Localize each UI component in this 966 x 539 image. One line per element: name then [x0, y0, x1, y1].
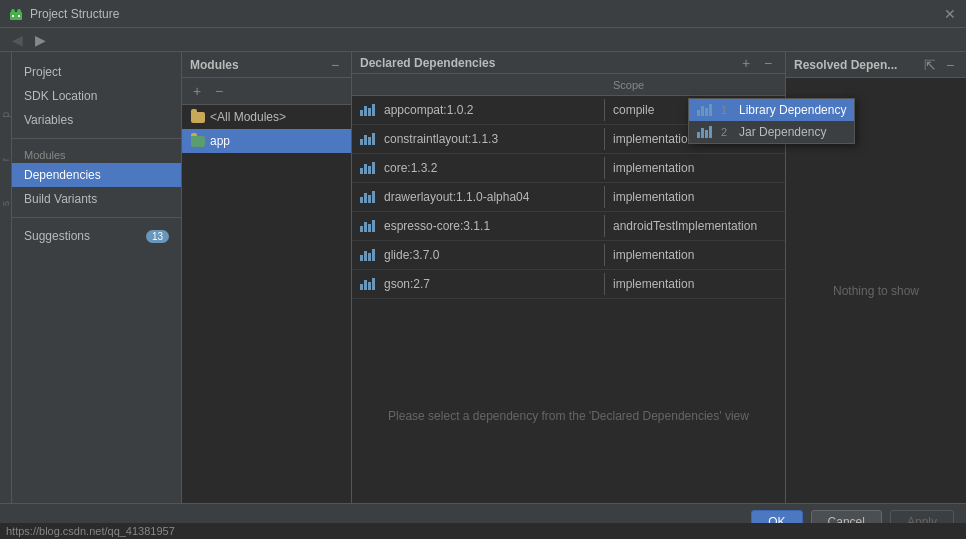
modules-toolbar: + −	[182, 78, 351, 105]
back-button[interactable]: ◀	[8, 32, 27, 48]
modules-add-button[interactable]: +	[188, 82, 206, 100]
dep-icon-espresso	[360, 219, 378, 233]
resolved-expand-button[interactable]: ⇱	[922, 57, 938, 73]
modules-panel-title: Modules	[190, 58, 239, 72]
sidebar-item-build-variants[interactable]: Build Variants	[12, 187, 181, 211]
dep-placeholder: Please select a dependency from the 'Dec…	[352, 299, 785, 503]
sidebar-divider-2	[12, 217, 181, 218]
dep-row-core[interactable]: core:1.3.2 implementation	[352, 154, 785, 183]
sidebar-item-suggestions[interactable]: Suggestions 13	[12, 224, 181, 248]
dep-row-drawerlayout[interactable]: drawerlayout:1.1.0-alpha04 implementatio…	[352, 183, 785, 212]
resolved-panel-controls: ⇱ −	[922, 57, 958, 73]
resolved-panel-header: Resolved Depen... ⇱ −	[786, 52, 966, 78]
dep-name-appcompat: appcompat:1.0.2	[352, 99, 605, 121]
dropdown-item-jar[interactable]: 2 Jar Dependency	[689, 121, 854, 143]
declared-panel-header: Declared Dependencies + −	[352, 52, 785, 74]
sidebar-item-sdk-location[interactable]: SDK Location	[12, 84, 181, 108]
modules-collapse-button[interactable]: −	[327, 57, 343, 73]
left-strip: p r s	[0, 52, 12, 503]
sidebar-section-modules: Modules	[12, 145, 181, 163]
dep-row-gson[interactable]: gson:2.7 implementation	[352, 270, 785, 299]
dep-icon-drawerlayout	[360, 190, 378, 204]
svg-point-2	[17, 9, 21, 13]
all-modules-icon	[190, 109, 206, 125]
dep-col-scope-header: Scope	[605, 79, 785, 91]
sidebar-divider	[12, 138, 181, 139]
declared-panel-title: Declared Dependencies	[352, 56, 495, 70]
svg-rect-4	[18, 15, 20, 17]
dep-scope-core: implementation	[605, 161, 785, 175]
dep-name-gson: gson:2.7	[352, 273, 605, 295]
modules-panel-header: Modules −	[182, 52, 351, 78]
dep-name-drawerlayout: drawerlayout:1.1.0-alpha04	[352, 186, 605, 208]
module-item-app[interactable]: app	[182, 129, 351, 153]
url-bar: https://blog.csdn.net/qq_41381957	[0, 523, 966, 539]
dep-name-constraintlayout: constraintlayout:1.1.3	[352, 128, 605, 150]
module-list: <All Modules> app	[182, 105, 351, 503]
all-modules-label: <All Modules>	[210, 110, 286, 124]
declared-panel: Declared Dependencies + − 1 Library Depe…	[352, 52, 786, 503]
dep-name-glide: glide:3.7.0	[352, 244, 605, 266]
nav-bar: ◀ ▶	[0, 28, 966, 52]
dropdown-jar-label: Jar Dependency	[739, 125, 826, 139]
dep-name-espresso: espresso-core:3.1.1	[352, 215, 605, 237]
dep-name-core: core:1.3.2	[352, 157, 605, 179]
svg-point-1	[11, 9, 15, 13]
url-text: https://blog.csdn.net/qq_41381957	[6, 525, 175, 537]
library-dep-icon	[697, 103, 715, 117]
svg-rect-3	[12, 15, 14, 17]
app-icon	[8, 6, 24, 22]
modules-panel: Modules − + − <All Modules>	[182, 52, 352, 503]
dep-scope-espresso: androidTestImplementation	[605, 219, 785, 233]
dropdown-library-label: Library Dependency	[739, 103, 846, 117]
declared-add-button[interactable]: +	[737, 54, 755, 72]
content-area: Modules − + − <All Modules>	[182, 52, 966, 503]
dep-scope-glide: implementation	[605, 248, 785, 262]
module-item-all[interactable]: <All Modules>	[182, 105, 351, 129]
suggestions-badge: 13	[146, 230, 169, 243]
declared-remove-button[interactable]: −	[759, 54, 777, 72]
close-button[interactable]: ✕	[942, 6, 958, 22]
sidebar: Project SDK Location Variables Modules D…	[12, 52, 182, 503]
dep-icon-gson	[360, 277, 378, 291]
sidebar-item-project[interactable]: Project	[12, 60, 181, 84]
sidebar-item-dependencies[interactable]: Dependencies	[12, 163, 181, 187]
title-bar: Project Structure ✕	[0, 0, 966, 28]
forward-button[interactable]: ▶	[31, 32, 50, 48]
dep-icon-core	[360, 161, 378, 175]
suggestions-label: Suggestions	[24, 229, 90, 243]
dep-row-glide[interactable]: glide:3.7.0 implementation	[352, 241, 785, 270]
dep-scope-drawerlayout: implementation	[605, 190, 785, 204]
window-title: Project Structure	[30, 7, 942, 21]
dropdown-item-library[interactable]: 1 Library Dependency	[689, 99, 854, 121]
app-module-label: app	[210, 134, 230, 148]
jar-dep-icon	[697, 125, 715, 139]
dep-icon-constraintlayout	[360, 132, 378, 146]
dep-table: appcompat:1.0.2 compile constraintlayout…	[352, 96, 785, 503]
add-dependency-dropdown[interactable]: 1 Library Dependency 2 Jar Dependency	[688, 98, 855, 144]
modules-remove-button[interactable]: −	[210, 82, 228, 100]
dep-row-espresso[interactable]: espresso-core:3.1.1 androidTestImplement…	[352, 212, 785, 241]
dep-icon-glide	[360, 248, 378, 262]
dep-table-header: Scope	[352, 74, 785, 96]
modules-panel-controls: −	[327, 57, 343, 73]
svg-rect-0	[10, 12, 22, 20]
dep-scope-gson: implementation	[605, 277, 785, 291]
app-module-icon	[190, 133, 206, 149]
resolved-panel-title: Resolved Depen...	[794, 58, 897, 72]
dep-icon-appcompat	[360, 103, 378, 117]
resolved-collapse-button[interactable]: −	[942, 57, 958, 73]
sidebar-item-variables[interactable]: Variables	[12, 108, 181, 132]
